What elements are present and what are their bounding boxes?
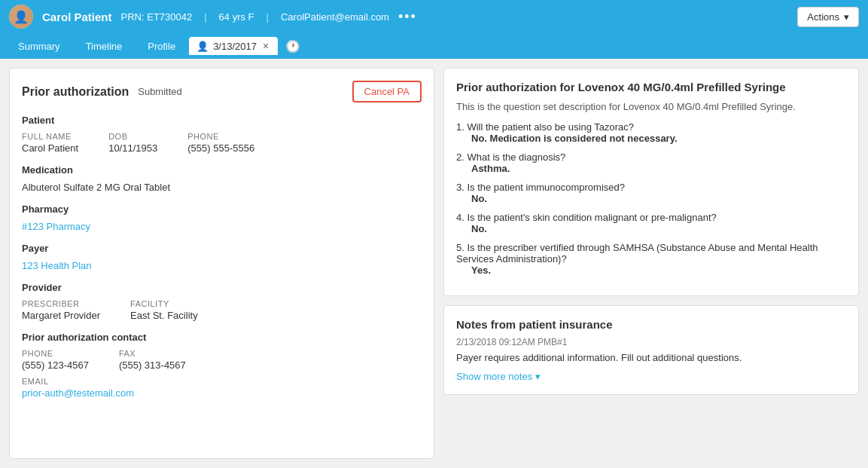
top-header: 👤 Carol Patient PRN: ET730042 | 64 yrs F… xyxy=(0,0,868,33)
tab-timeline[interactable]: Timeline xyxy=(74,36,135,57)
facility-field: FACILITY East St. Facility xyxy=(130,299,198,321)
qa-item: 4. Is the patient's skin condition malig… xyxy=(456,212,846,234)
provider-section-label: Provider xyxy=(22,282,422,293)
pa-fax-field: FAX (555) 313-4567 xyxy=(119,349,186,371)
pa-contact-phone-fax-row: PHONE (555) 123-4567 FAX (555) 313-4567 xyxy=(22,349,422,371)
pa-status: Submitted xyxy=(138,86,182,97)
main-content: Prior authorization Submitted Cancel PA … xyxy=(0,59,868,468)
pa-email-link[interactable]: prior-auth@testemail.com xyxy=(22,387,422,399)
qa-question: 1. Will the patient also be using Tazora… xyxy=(456,121,846,133)
patient-name: Carol Patient xyxy=(42,11,112,23)
pa-details-card: Prior authorization for Lovenox 40 MG/0.… xyxy=(443,68,859,296)
pharmacy-link[interactable]: #123 Pharmacy xyxy=(22,221,422,232)
qa-item: 2. What is the diagnosis? Asthma. xyxy=(456,151,846,174)
pa-header: Prior authorization Submitted Cancel PA xyxy=(22,81,422,102)
clock-icon-button[interactable]: 🕐 xyxy=(279,36,306,57)
medication-value: Albuterol Sulfate 2 MG Oral Tablet xyxy=(22,182,422,193)
payer-link[interactable]: 123 Health Plan xyxy=(22,260,422,271)
patient-meta: PRN: ET730042 | 64 yrs F | CarolPatient@… xyxy=(121,11,389,23)
prescriber-field: PRESCRIBER Margaret Provider xyxy=(22,299,100,321)
patient-fields-row: FULL NAME Carol Patient DOB 10/11/1953 P… xyxy=(22,132,422,154)
notes-content: Payer requires additional information. F… xyxy=(456,352,846,363)
patient-info: 👤 Carol Patient PRN: ET730042 | 64 yrs F… xyxy=(9,5,417,29)
tab-close-button[interactable]: × xyxy=(261,40,270,52)
actions-label: Actions xyxy=(807,11,839,23)
qa-answer: Asthma. xyxy=(459,163,846,174)
more-options-button[interactable]: ••• xyxy=(398,9,417,25)
notes-title: Notes from patient insurance xyxy=(456,318,846,331)
qa-question: 4. Is the patient's skin condition malig… xyxy=(456,212,846,223)
tab-date: 3/13/2017 xyxy=(213,41,257,52)
pa-title-text: Prior authorization xyxy=(22,85,129,99)
right-panel: Prior authorization for Lovenox 40 MG/0.… xyxy=(443,68,859,459)
qa-answer: No. Medication is considered not necessa… xyxy=(459,133,846,144)
qa-question: 2. What is the diagnosis? xyxy=(456,151,846,163)
full-name-field: FULL NAME Carol Patient xyxy=(22,132,78,154)
phone-field: PHONE (555) 555-5556 xyxy=(187,132,254,154)
pa-email-field: EMAIL prior-auth@testemail.com xyxy=(22,377,422,399)
qa-item: 1. Will the patient also be using Tazora… xyxy=(456,121,846,144)
patient-section-label: Patient xyxy=(22,115,422,126)
chevron-down-icon: ▾ xyxy=(535,371,541,382)
medication-section-label: Medication xyxy=(22,164,422,176)
qa-answer: No. xyxy=(459,223,846,234)
patient-email: CarolPatient@email.com xyxy=(281,11,389,23)
dob-field: DOB 10/11/1953 xyxy=(108,132,157,154)
cancel-pa-button[interactable]: Cancel PA xyxy=(352,81,422,102)
avatar-image: 👤 xyxy=(9,5,33,29)
show-more-notes-link[interactable]: Show more notes ▾ xyxy=(456,371,846,382)
tab-profile[interactable]: Profile xyxy=(136,36,187,57)
notes-meta: 2/13/2018 09:12AM PMB#1 xyxy=(456,337,846,347)
avatar: 👤 xyxy=(9,5,33,29)
pa-contact-section-label: Prior authorization contact xyxy=(22,332,422,343)
prn-label: PRN: ET730042 xyxy=(121,11,193,23)
payer-section-label: Payer xyxy=(22,243,422,254)
person-icon: 👤 xyxy=(196,41,209,52)
actions-button[interactable]: Actions ▾ xyxy=(797,7,859,27)
qa-answer: No. xyxy=(459,193,846,204)
pa-details-title: Prior authorization for Lovenox 40 MG/0.… xyxy=(456,81,846,93)
pa-phone-field: PHONE (555) 123-4567 xyxy=(22,349,89,371)
qa-question: 3. Is the patient immunocompromised? xyxy=(456,182,846,193)
pa-details-description: This is the question set description for… xyxy=(456,101,846,112)
qa-question: 5. Is the prescriber vertified through S… xyxy=(456,242,846,265)
left-panel: Prior authorization Submitted Cancel PA … xyxy=(9,68,434,459)
provider-fields-row: PRESCRIBER Margaret Provider FACILITY Ea… xyxy=(22,299,422,321)
qa-answer: Yes. xyxy=(459,265,846,276)
tab-summary[interactable]: Summary xyxy=(6,36,72,57)
pa-title: Prior authorization Submitted xyxy=(22,85,182,99)
tab-open-record: 👤 3/13/2017 × xyxy=(189,37,278,55)
qa-item: 5. Is the prescriber vertified through S… xyxy=(456,242,846,276)
nav-tabs: Summary Timeline Profile 👤 3/13/2017 × 🕐 xyxy=(0,33,868,59)
age-gender: 64 yrs F xyxy=(219,11,254,23)
pharmacy-section-label: Pharmacy xyxy=(22,203,422,215)
qa-item: 3. Is the patient immunocompromised? No. xyxy=(456,182,846,204)
qa-list: 1. Will the patient also be using Tazora… xyxy=(456,121,846,276)
actions-chevron-icon: ▾ xyxy=(844,11,849,23)
notes-card: Notes from patient insurance 2/13/2018 0… xyxy=(443,305,859,395)
